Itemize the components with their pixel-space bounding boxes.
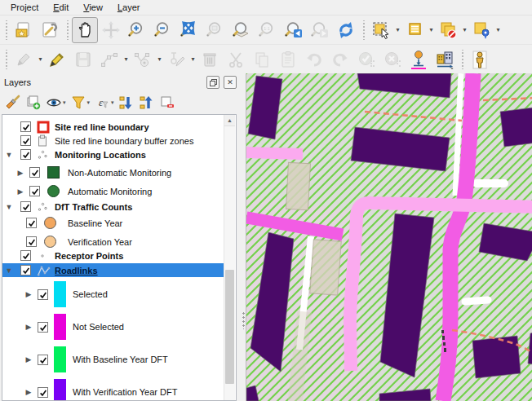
qgis-window: { "menu": { "items": [ {"pre": "Pro", "a… <box>0 0 532 401</box>
menu-item-project[interactable]: Project <box>3 1 46 14</box>
symbol-swatch[interactable] <box>47 185 60 197</box>
layer-item-with-verification-year-dft[interactable]: ▶With Verification Year DFT <box>2 377 226 401</box>
symbol-swatch[interactable] <box>54 346 66 372</box>
layer-item-non-automatic-monitoring[interactable]: ▶Non-Automatic Monitoring <box>2 163 226 182</box>
scroll-up-icon[interactable]: ▲ <box>224 115 235 126</box>
layer-checkbox[interactable] <box>38 355 48 365</box>
symbol-swatch[interactable] <box>54 281 66 307</box>
layer-checkbox[interactable] <box>26 236 37 247</box>
layer-item-automatic-monitoring[interactable]: ▶Automatic Monitoring <box>2 182 226 200</box>
expand-all-icon[interactable] <box>117 93 136 112</box>
layer-item-not-selected[interactable]: ▶Not Selected <box>2 311 226 342</box>
tiny-point-icon <box>37 250 48 262</box>
select-by-location-icon[interactable] <box>468 17 494 43</box>
manage-themes-icon[interactable]: ▾ <box>44 93 68 112</box>
chevron-down-icon[interactable]: ▼ <box>4 151 14 159</box>
remove-layer-icon[interactable] <box>157 93 177 112</box>
filter-expression-icon[interactable]: ε▾ <box>92 93 116 112</box>
layer-item-roadlinks[interactable]: ▼Roadlinks <box>2 263 226 277</box>
symbol-swatch[interactable] <box>54 379 66 401</box>
layer-checkbox[interactable] <box>26 218 37 228</box>
layer-item-monitoring-locations[interactable]: ▼Monitoring Locations <box>2 148 226 161</box>
chevron-right-icon[interactable]: ▶ <box>24 355 33 364</box>
layer-item-baseline-year[interactable]: Baseline Year <box>2 214 226 232</box>
layer-checkbox[interactable] <box>29 167 40 178</box>
layer-item-site-red-line-boundary[interactable]: Site red line boundary <box>2 120 226 134</box>
tree-scrollbar[interactable]: ▲ <box>224 115 235 401</box>
layer-checkbox[interactable] <box>20 250 31 261</box>
deselect-features-dropdown-icon[interactable]: ▾ <box>461 18 468 42</box>
point-group-icon <box>37 201 48 213</box>
layer-checkbox[interactable] <box>38 322 48 333</box>
chevron-right-icon[interactable]: ▶ <box>24 290 33 298</box>
scrollbar-thumb[interactable] <box>225 270 234 384</box>
layer-label: Baseline Year <box>68 218 122 228</box>
layer-item-selected[interactable]: ▶Selected <box>2 279 226 310</box>
select-by-value-icon[interactable] <box>401 17 428 43</box>
chevron-right-icon[interactable]: ▶ <box>16 169 25 177</box>
chevron-down-icon[interactable]: ▼ <box>4 267 14 275</box>
modify-attributes-dropdown-icon[interactable]: ▾ <box>189 47 197 72</box>
layer-checkbox[interactable] <box>20 201 31 212</box>
zoom-in-icon[interactable] <box>124 17 150 43</box>
layer-checkbox[interactable] <box>38 387 48 398</box>
menu-bar: ProjectEditViewLayer <box>0 0 532 15</box>
deselect-features-icon[interactable] <box>435 17 461 43</box>
layer-checkbox[interactable] <box>29 186 40 196</box>
project-toolbox-icon[interactable] <box>11 17 37 43</box>
filter-legend-icon[interactable]: ▾ <box>69 93 92 112</box>
pan-map-icon[interactable] <box>72 17 98 43</box>
map-road-pink-nw <box>246 152 303 154</box>
toolbar-separator <box>64 20 70 40</box>
settings-tool-icon[interactable] <box>37 17 63 43</box>
layer-label: Selected <box>73 289 108 299</box>
layer-checkbox[interactable] <box>20 265 31 275</box>
add-feature-icon <box>96 46 122 73</box>
add-feature-dropdown-icon[interactable]: ▾ <box>122 47 130 72</box>
symbol-swatch[interactable] <box>54 314 66 340</box>
red-boundary-icon <box>37 121 50 134</box>
zoom-full-extent-icon[interactable] <box>176 17 202 43</box>
layer-styling-icon[interactable] <box>3 93 23 112</box>
layer-checkbox[interactable] <box>38 289 48 300</box>
layers-panel: Layers ✕ ▾▾ε▾ Site red line boundarySite… <box>0 73 241 401</box>
menu-item-layer[interactable]: Layer <box>110 1 148 14</box>
layer-checkbox[interactable] <box>20 135 31 146</box>
current-edits-dropdown-icon[interactable]: ▾ <box>37 47 44 72</box>
layer-checkbox[interactable] <box>20 121 31 132</box>
layer-item-receptor-points[interactable]: Receptor Points <box>2 249 226 262</box>
chevron-right-icon[interactable]: ▶ <box>24 388 33 396</box>
map-canvas[interactable] <box>246 73 532 401</box>
symbol-swatch[interactable] <box>47 166 60 178</box>
layer-checkbox[interactable] <box>20 149 31 160</box>
zoom-to-layer-icon[interactable] <box>228 17 255 43</box>
select-features-icon[interactable] <box>368 17 394 43</box>
layer-item-site-red-line-boundary-buffer-zones[interactable]: Site red line boundary buffer zones <box>2 134 226 148</box>
refresh-map-icon[interactable] <box>333 17 359 43</box>
select-by-location-dropdown-icon[interactable]: ▾ <box>494 18 502 42</box>
chevron-right-icon[interactable]: ▶ <box>16 187 25 196</box>
urban-buildings-plugin-icon[interactable] <box>432 46 458 73</box>
point-displacement-plugin-icon[interactable] <box>406 46 432 73</box>
zoom-out-icon[interactable] <box>150 17 176 43</box>
select-features-dropdown-icon[interactable]: ▾ <box>394 18 401 42</box>
vertex-tool-dropdown-icon[interactable]: ▾ <box>156 47 163 72</box>
select-by-value-dropdown-icon[interactable]: ▾ <box>428 18 435 42</box>
zoom-last-icon[interactable] <box>281 17 307 43</box>
symbol-swatch[interactable] <box>44 236 56 248</box>
layer-item-dft-traffic-counts[interactable]: ▼DfT Traffic Counts <box>2 200 226 214</box>
layer-label: With Verification Year DFT <box>73 387 177 397</box>
toggle-editing-icon[interactable] <box>44 46 70 73</box>
menu-item-view[interactable]: View <box>76 1 110 14</box>
chevron-right-icon[interactable]: ▶ <box>24 323 33 331</box>
splitter-grip-icon <box>242 311 245 329</box>
collapse-all-icon[interactable] <box>137 93 157 112</box>
chevron-down-icon[interactable]: ▼ <box>4 203 14 211</box>
symbol-swatch[interactable] <box>44 217 56 229</box>
layer-item-with-baseline-year-dft[interactable]: ▶With Baseline Year DFT <box>2 344 226 375</box>
add-group-icon[interactable] <box>24 93 43 112</box>
person-plugin-icon[interactable] <box>467 46 493 73</box>
menu-item-edit[interactable]: Edit <box>46 1 76 14</box>
close-panel-icon[interactable]: ✕ <box>224 76 237 89</box>
float-panel-icon[interactable] <box>206 76 219 89</box>
